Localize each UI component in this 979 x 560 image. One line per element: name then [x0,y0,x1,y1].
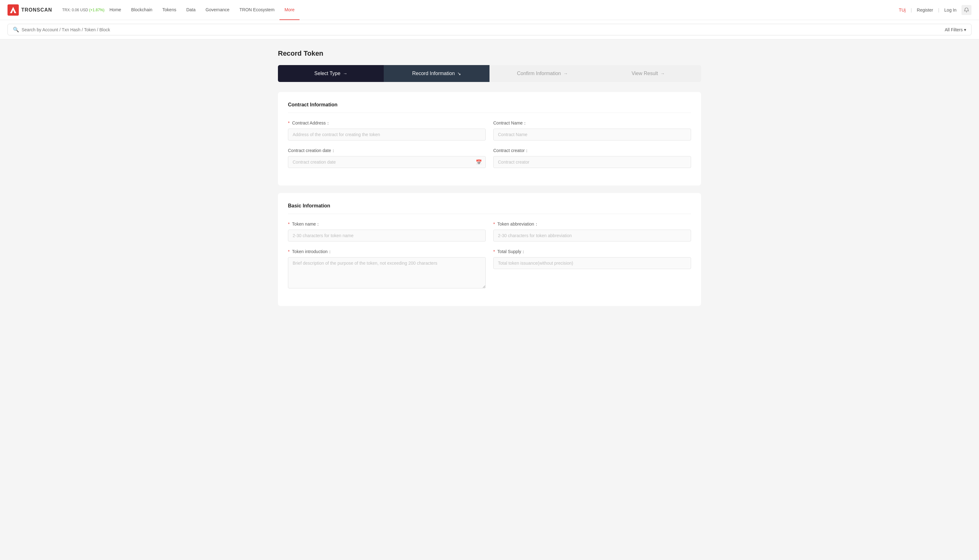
svg-point-2 [966,11,967,12]
basic-information-section: Basic Information * Token name： * Token … [278,193,701,306]
nav-divider: | [911,8,912,13]
contract-address-required: * [288,120,290,125]
step-record-information-arrow: ↘ [457,71,461,76]
nav-login[interactable]: Log In [944,8,956,13]
contract-row-2: Contract creation date： 📅 Contract creat… [288,148,691,168]
basic-row-1: * Token name： * Token abbreviation： [288,222,691,242]
steps-bar: Select Type → Record Information ↘ Confi… [278,65,701,82]
step-select-type-arrow: → [343,71,347,76]
contract-creator-group: Contract creator： [493,148,691,168]
step-view-result-label: View Result [632,71,658,76]
nav-divider-2: | [938,8,939,13]
step-confirm-information-arrow: → [564,71,568,76]
contract-information-section: Contract Information * Contract Address：… [278,92,701,185]
contract-address-input[interactable] [288,128,486,140]
bell-icon [964,8,969,13]
token-abbreviation-required: * [493,222,495,227]
token-introduction-label: * Token introduction： [288,249,486,255]
contract-creator-label: Contract creator： [493,148,691,153]
contract-creation-date-input[interactable] [288,156,486,168]
step-record-information-label: Record Information [412,71,455,76]
nav-item-home[interactable]: Home [105,0,126,20]
notifications-button[interactable] [961,5,971,15]
token-name-input[interactable] [288,230,486,242]
step-select-type-label: Select Type [314,71,340,76]
token-name-label-text: Token name： [292,222,320,227]
nav-item-tokens[interactable]: Tokens [157,0,181,20]
tronscan-logo-icon [8,4,19,16]
token-name-required: * [288,222,290,227]
nav-right: TUj | Register | Log In [899,5,971,15]
total-supply-required: * [493,249,495,254]
contract-creation-date-label-text: Contract creation date： [288,148,335,153]
calendar-icon: 📅 [476,159,482,165]
search-input[interactable] [22,27,945,32]
nav-item-blockchain[interactable]: Blockchain [126,0,157,20]
contract-creation-date-group: Contract creation date： 📅 [288,148,486,168]
nav-item-governance[interactable]: Governance [201,0,234,20]
contract-name-label: Contract Name： [493,120,691,126]
trx-price-display: TRX: 0.06 USD (+1.87%) [62,8,105,12]
token-name-label: * Token name： [288,222,486,227]
contract-address-group: * Contract Address： [288,120,486,140]
step-record-information[interactable]: Record Information ↘ [384,65,489,82]
search-bar: 🔍 All Filters ▾ [0,20,979,39]
token-abbreviation-label: * Token abbreviation： [493,222,691,227]
trx-change-value: (+1.87%) [89,8,105,12]
contract-name-group: Contract Name： [493,120,691,140]
nav-links: Home Blockchain Tokens Data Governance T… [105,0,899,20]
token-abbreviation-label-text: Token abbreviation： [497,222,539,227]
step-confirm-information[interactable]: Confirm Information → [489,65,595,82]
contract-creation-date-wrapper: 📅 [288,156,486,168]
step-view-result-arrow: → [660,71,665,76]
contract-creation-date-label: Contract creation date： [288,148,486,153]
navbar: TRONSCAN TRX: 0.06 USD (+1.87%) Home Blo… [0,0,979,20]
total-supply-input[interactable] [493,257,691,269]
step-view-result[interactable]: View Result → [595,65,701,82]
contract-name-label-text: Contract Name： [493,120,527,125]
token-abbreviation-group: * Token abbreviation： [493,222,691,242]
token-introduction-group: * Token introduction： [288,249,486,288]
token-name-group: * Token name： [288,222,486,242]
brand-name: TRONSCAN [21,7,52,13]
total-supply-group: * Total Supply： [493,249,691,288]
nav-item-data[interactable]: Data [181,0,201,20]
nav-item-tron-ecosystem[interactable]: TRON Ecosystem [234,0,280,20]
contract-creator-input[interactable] [493,156,691,168]
total-supply-label-text: Total Supply： [497,249,525,254]
nav-user[interactable]: TUj [899,8,906,13]
nav-register[interactable]: Register [917,8,933,13]
filter-button[interactable]: All Filters ▾ [945,27,966,32]
step-confirm-information-label: Confirm Information [517,71,561,76]
main-content: Record Token Select Type → Record Inform… [270,39,709,323]
token-introduction-required: * [288,249,290,254]
contract-address-label: * Contract Address： [288,120,486,126]
step-select-type[interactable]: Select Type → [278,65,384,82]
contract-address-label-text: Contract Address： [292,120,330,125]
contract-name-input[interactable] [493,128,691,140]
token-introduction-label-text: Token introduction： [292,249,332,254]
contract-section-title: Contract Information [288,102,691,113]
total-supply-label: * Total Supply： [493,249,691,255]
search-icon: 🔍 [13,27,19,33]
nav-item-more[interactable]: More [280,0,300,20]
search-container: 🔍 All Filters ▾ [8,24,971,35]
logo-area[interactable]: TRONSCAN [8,4,52,16]
filter-chevron-icon: ▾ [964,27,966,32]
token-introduction-textarea[interactable] [288,257,486,288]
page-title: Record Token [278,50,701,58]
basic-row-2: * Token introduction： * Total Supply： [288,249,691,288]
contract-row-1: * Contract Address： Contract Name： [288,120,691,140]
filter-label: All Filters [945,27,963,32]
trx-price-value: TRX: 0.06 USD [62,8,88,12]
contract-creator-label-text: Contract creator： [493,148,529,153]
token-abbreviation-input[interactable] [493,230,691,242]
basic-section-title: Basic Information [288,203,691,214]
